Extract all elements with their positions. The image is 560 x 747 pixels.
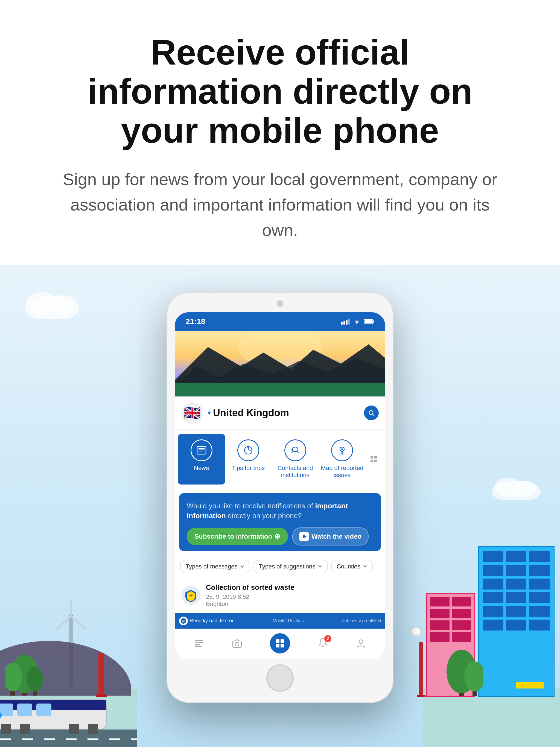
news-item-date: 25. 9. 2019 8:52	[206, 593, 249, 600]
train	[0, 699, 107, 729]
svg-rect-24	[346, 320, 348, 325]
bell-badge: 2	[324, 635, 331, 642]
win	[529, 620, 550, 630]
svg-point-52	[235, 642, 239, 646]
tree-group-right	[440, 641, 483, 697]
news-item-meta: 25. 9. 2019 8:52 Brighton	[206, 593, 379, 608]
play-triangle	[303, 534, 307, 539]
win	[529, 606, 550, 617]
country-flag: 🇬🇧	[181, 402, 203, 424]
win	[506, 620, 527, 630]
tab-home[interactable]	[270, 633, 290, 653]
home-tab-circle	[270, 633, 290, 653]
train-stripe	[0, 700, 106, 710]
svg-rect-51	[233, 641, 241, 647]
post-base-r	[417, 695, 426, 697]
win	[529, 578, 550, 590]
train-window-3	[36, 703, 51, 716]
svg-rect-28	[373, 320, 374, 323]
phone-outer-casing: 21:18	[167, 292, 393, 703]
mini-banner-logo: M Benátky nad Jizerou	[179, 617, 235, 625]
news-list-item[interactable]: ✦ Collection of sorted waste 25. 9. 2019…	[175, 578, 385, 613]
filter-counties[interactable]: Counties	[331, 560, 373, 573]
mini-logo-icon: M	[180, 618, 186, 624]
nav-item-contacts[interactable]: Contacts and institutions	[272, 434, 319, 485]
nav-item-news[interactable]: News	[178, 434, 225, 485]
trips-svg-icon	[242, 444, 254, 456]
nav-label-trips: Tips for trips	[232, 465, 265, 472]
main-title: Receive official information directly on…	[55, 33, 505, 150]
search-button[interactable]	[364, 406, 379, 420]
subscribe-plus-icon: ⊕	[274, 532, 280, 541]
cloud-left	[22, 287, 82, 320]
wheel-1	[1, 724, 11, 733]
win	[506, 578, 527, 590]
notification-bold: important information	[187, 502, 348, 520]
tab-bell[interactable]: 2	[318, 637, 328, 649]
filter-messages-label: Types of messages	[186, 563, 238, 570]
mini-banner-action: Mobilní Rozhlas	[273, 618, 304, 623]
hero-section: Receive official information directly on…	[0, 0, 560, 265]
nav-label-news: News	[194, 465, 209, 472]
contacts-svg-icon	[289, 444, 301, 456]
chevron-down-icon-3	[362, 564, 367, 569]
traffic-post-right	[419, 642, 423, 697]
coat-of-arms-icon: ✦	[184, 588, 198, 602]
win	[483, 592, 503, 603]
subscribe-button[interactable]: Subscribe to information ⊕	[187, 528, 288, 545]
nav-more[interactable]	[365, 434, 382, 485]
building-windows-big	[479, 547, 554, 635]
tab-profile[interactable]	[356, 638, 366, 649]
play-icon	[299, 532, 309, 541]
status-time: 21:18	[186, 317, 205, 326]
train-window-2	[17, 703, 32, 716]
list-tab-icon	[194, 638, 204, 649]
dot	[374, 460, 377, 462]
home-tab-icon	[275, 638, 285, 649]
pw	[452, 632, 471, 642]
svg-rect-34	[175, 383, 385, 396]
location-bar[interactable]: 🇬🇧 ▾ United Kingdom	[175, 396, 385, 430]
bell-badge-wrapper: 2	[318, 637, 328, 649]
nav-icons-row: News Tips for trips	[175, 430, 385, 489]
mini-banner-link: Zobrazit v prohlížeči	[342, 618, 381, 623]
wheel-2	[20, 724, 30, 733]
notification-text: Would you like to receive notifications …	[187, 501, 373, 521]
train-window-1	[0, 703, 13, 716]
chevron-down-icon-2	[317, 564, 322, 569]
news-icon	[190, 439, 212, 461]
filter-types-messages[interactable]: Types of messages	[180, 560, 250, 573]
phone-home-button[interactable]	[266, 664, 294, 692]
dot	[371, 460, 373, 462]
contacts-icon	[284, 439, 306, 461]
tab-list[interactable]	[194, 638, 204, 649]
location-name-area[interactable]: ▾ United Kingdom	[207, 407, 360, 419]
filter-row: Types of messages Types of suggestions C…	[175, 555, 385, 578]
phone-notch	[175, 300, 385, 307]
nav-label-map: Map of reported issues	[321, 465, 364, 479]
building-sign	[516, 682, 543, 689]
pw	[430, 597, 450, 607]
subscribe-label: Subscribe to information	[195, 533, 272, 540]
wifi-icon	[353, 318, 361, 325]
map-svg-icon	[336, 444, 348, 456]
svg-text:M: M	[182, 620, 184, 623]
win	[483, 565, 503, 576]
filter-types-suggestions[interactable]: Types of suggestions	[253, 560, 328, 573]
watch-video-button[interactable]: Watch the video	[292, 527, 368, 545]
win	[483, 606, 503, 617]
svg-rect-48	[195, 642, 203, 643]
nav-item-map[interactable]: Map of reported issues	[319, 434, 366, 485]
win	[529, 592, 550, 603]
tab-camera[interactable]	[232, 638, 242, 649]
post-base	[96, 695, 107, 697]
pw	[452, 597, 471, 607]
signal-icon	[341, 318, 350, 325]
nav-item-trips[interactable]: Tips for trips	[225, 434, 272, 485]
search-icon	[368, 410, 375, 416]
wheel-4	[88, 724, 98, 733]
trips-icon	[237, 439, 259, 461]
news-item-location: Brighton	[206, 600, 228, 607]
svg-rect-23	[343, 321, 345, 325]
win	[483, 551, 503, 562]
